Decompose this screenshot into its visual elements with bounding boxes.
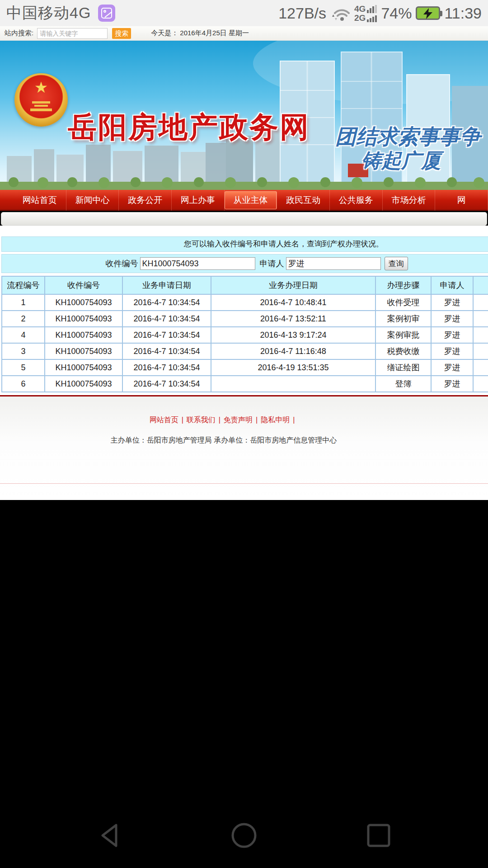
site-search-input[interactable] (37, 28, 108, 39)
query-button[interactable]: 查询 (385, 257, 408, 270)
table-cell: 2016-4-7 13:52:11 (211, 311, 375, 327)
table-cell-filler (473, 343, 488, 359)
table-cell: 税费收缴 (375, 343, 431, 359)
table-cell-filler (473, 327, 488, 343)
footer-link-4[interactable]: 隐私申明 (261, 416, 290, 424)
banner-slogan-line1: 团结求索事事争 (335, 123, 481, 151)
table-cell: 2016-4-7 11:16:48 (211, 343, 375, 359)
table-cell: 2 (2, 311, 45, 327)
carrier-label: 中国移动4G (6, 3, 91, 24)
nav-item-4[interactable]: 网上办事 (172, 190, 225, 211)
table-cell: 2016-4-19 13:51:35 (211, 359, 375, 376)
footer-link-separator: | (219, 416, 221, 424)
site-search-button[interactable]: 搜索 (112, 28, 131, 39)
nav-item-9[interactable]: 网 (435, 190, 488, 211)
table-cell: 登簿 (375, 376, 431, 392)
footer-organizer-text: 主办单位：岳阳市房地产管理局 承办单位：岳阳市房地产信息管理中心 (0, 436, 447, 445)
table-cell: 2016-4-13 9:17:24 (211, 327, 375, 343)
nav-item-8[interactable]: 市场分析 (383, 190, 436, 211)
nav-item-2[interactable]: 新闻中心 (66, 190, 119, 211)
nav-item-6[interactable]: 政民互动 (277, 190, 330, 211)
page-body: 您可以输入收件编号和申请人姓名，查询到产权办理状况。 收件编号 申请人 查询 流… (0, 226, 488, 500)
table-cell: 罗进 (431, 327, 473, 343)
home-button[interactable] (230, 821, 258, 849)
nav-item-5[interactable]: 从业主体 (225, 191, 277, 209)
footer-link-2[interactable]: 联系我们 (187, 416, 216, 424)
table-cell: 罗进 (431, 376, 473, 392)
table-cell: 5 (2, 359, 45, 376)
signal-bars-4g (367, 5, 377, 13)
network-type-top: 4G (354, 5, 366, 13)
secondary-nav-bar (1, 212, 487, 226)
applicant-label: 申请人 (260, 258, 284, 269)
table-header-cell: 申请人 (431, 276, 473, 294)
site-search-label: 站内搜索: (5, 29, 33, 38)
footer: 网站首页|联系我们|免责声明|隐私申明| 主办单位：岳阳市房地产管理局 承办单位… (0, 396, 488, 500)
site-title: 岳阳房地产政务网 (68, 108, 310, 147)
footer-links: 网站首页|联系我们|免责声明|隐私申明| (0, 396, 447, 425)
national-emblem-logo: ★ (14, 73, 68, 127)
table-cell: 2016-4-7 10:34:54 (122, 311, 211, 327)
table-header-cell: 业务申请日期 (122, 276, 211, 294)
table-row: 1KH10007540932016-4-7 10:34:542016-4-7 1… (2, 294, 488, 311)
table-cell: 2016-4-7 10:48:41 (211, 294, 375, 311)
table-row: 3KH10007540932016-4-7 10:34:542016-4-7 1… (2, 343, 488, 359)
receipt-number-input[interactable] (140, 257, 255, 270)
nav-item-1[interactable]: 网站首页 (14, 190, 66, 211)
table-cell: 2016-4-7 10:34:54 (122, 376, 211, 392)
battery-percent: 74% (381, 5, 412, 22)
table-cell: KH1000754093 (45, 327, 122, 343)
phone-screen: 中国移动4G 127B/s 4G 2G (0, 0, 488, 868)
table-cell: KH1000754093 (45, 294, 122, 311)
table-cell: 1 (2, 294, 45, 311)
signal-bars-2g (367, 14, 377, 22)
table-header-cell: 流程编号 (2, 276, 45, 294)
table-header-cell: 办理步骤 (375, 276, 431, 294)
emblem-star-icon: ★ (34, 80, 48, 95)
table-cell: 收件受理 (375, 294, 431, 311)
table-cell-filler (473, 359, 488, 376)
table-cell: 2016-4-7 10:34:54 (122, 343, 211, 359)
table-cell: 3 (2, 343, 45, 359)
nav-item-7[interactable]: 公共服务 (330, 190, 383, 211)
signal-block: 4G 2G (354, 5, 377, 22)
table-cell: KH1000754093 (45, 359, 122, 376)
today-date-text: 今天是： 2016年4月25日 星期一 (151, 29, 249, 38)
table-cell: 罗进 (431, 294, 473, 311)
table-cell: KH1000754093 (45, 311, 122, 327)
footer-link-1[interactable]: 网站首页 (150, 416, 178, 424)
table-cell: 2016-4-7 10:34:54 (122, 359, 211, 376)
back-button[interactable] (97, 821, 125, 849)
applicant-input[interactable] (286, 257, 381, 270)
table-header-cell: 业务办理日期 (211, 276, 375, 294)
recents-button[interactable] (365, 821, 393, 849)
table-row: 5KH10007540932016-4-7 10:34:542016-4-19 … (2, 359, 488, 376)
status-bar: 中国移动4G 127B/s 4G 2G (0, 0, 488, 26)
nav-item-3[interactable]: 政务公开 (119, 190, 172, 211)
footer-link-separator: | (293, 416, 295, 424)
query-notice: 您可以输入收件编号和申请人姓名，查询到产权办理状况。 (1, 236, 488, 252)
network-speed: 127B/s (278, 5, 326, 22)
query-form: 收件编号 申请人 查询 (1, 254, 488, 273)
table-cell-filler (473, 294, 488, 311)
table-header-filler (473, 276, 488, 294)
table-header-cell: 收件编号 (45, 276, 122, 294)
network-type-bottom: 2G (354, 14, 366, 22)
table-cell-filler (473, 311, 488, 327)
table-cell: 2016-4-7 10:34:54 (122, 327, 211, 343)
android-navigation-bar (0, 797, 488, 865)
table-cell: 罗进 (431, 311, 473, 327)
site-search-bar: 站内搜索: 搜索 今天是： 2016年4月25日 星期一 (0, 26, 488, 41)
main-nav: 网站首页新闻中心政务公开网上办事从业主体政民互动公共服务市场分析网 (0, 190, 488, 211)
footer-link-separator: | (182, 416, 183, 424)
footer-link-3[interactable]: 免责声明 (224, 416, 253, 424)
battery-charging-icon (416, 6, 440, 20)
process-table: 流程编号收件编号业务申请日期业务办理日期办理步骤申请人 1KH100075409… (1, 276, 488, 392)
table-cell: 4 (2, 327, 45, 343)
table-cell (211, 376, 375, 392)
table-row: 2KH10007540932016-4-7 10:34:542016-4-7 1… (2, 311, 488, 327)
footer-link-separator: | (256, 416, 258, 424)
table-cell: 缮证绘图 (375, 359, 431, 376)
table-cell: KH1000754093 (45, 376, 122, 392)
receipt-number-label: 收件编号 (106, 258, 138, 269)
